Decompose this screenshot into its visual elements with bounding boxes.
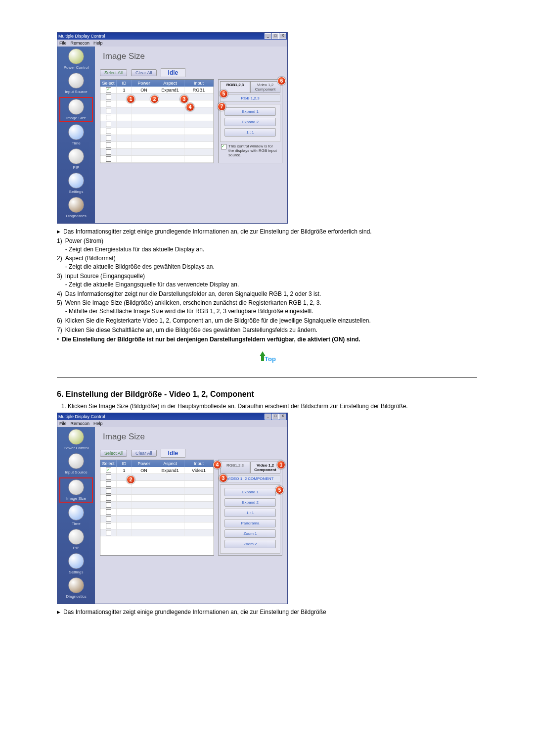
row-checkbox[interactable] [106,481,111,487]
row-checkbox[interactable] [106,87,111,93]
size-expand2-button[interactable]: Expand 2 [224,118,276,126]
status-badge: Idle [161,68,186,77]
sidebar-item-power[interactable]: Power Control [57,48,95,73]
row-checkbox[interactable] [106,94,111,99]
sidebar: Power Control Input Source Image Size Ti… [57,47,95,223]
status-badge: Idle [161,449,186,458]
menu-remocon[interactable]: Remocon [71,421,90,426]
table-row [100,502,214,509]
title-bar: Multiple Display Control _ □ X [57,413,287,420]
table-row [100,516,214,522]
table-row [100,495,214,502]
table-row [100,481,214,488]
sidebar-item-settings[interactable]: Settings [57,553,95,577]
row-checkbox[interactable] [106,495,111,501]
col-id: ID [117,460,132,467]
marker-2-icon: 2 [150,95,159,103]
size-zoom1-button[interactable]: Zoom 1 [224,529,276,538]
size-expand1-button[interactable]: Expand 1 [224,107,276,116]
row-checkbox[interactable] [106,488,111,494]
clear-all-button[interactable]: Clear All [131,69,157,76]
minimize-icon[interactable]: _ [265,33,271,39]
row-checkbox[interactable] [106,108,111,113]
menu-file[interactable]: File [59,421,67,426]
info-text: This control window is for the displays … [220,142,280,157]
size-expand2-button[interactable]: Expand 2 [224,498,276,507]
row-checkbox[interactable] [106,516,111,521]
size-panorama-button[interactable]: Panorama [224,519,276,527]
info-checkbox[interactable] [221,144,226,149]
row-checkbox[interactable] [106,122,111,127]
marker-7-icon: 7 [218,102,226,111]
sidebar-item-diagnostics[interactable]: Diagnostics [57,197,95,221]
table-row: 1ONExpand1RGB1 [100,87,214,94]
size-1-1-button[interactable]: 1 : 1 [224,509,276,517]
menu-bar: File Remocon Help [57,420,287,427]
sidebar: Power Control Input Source Image Size Ti… [57,427,95,604]
col-select: Select [100,460,117,467]
table-row [100,114,214,121]
table-row [100,488,214,495]
sidebar-item-image-size[interactable]: Image Size [59,477,93,503]
page-title: Image Size [103,432,282,442]
table-row [100,529,214,536]
marker-1-icon: 1 [277,461,285,469]
table-row [100,135,214,142]
size-expand1-button[interactable]: Expand 1 [224,488,276,496]
menu-help[interactable]: Help [93,421,103,426]
sidebar-item-pip[interactable]: PIP [57,148,95,173]
tab-video[interactable]: Video 1,2 Component [250,81,280,93]
marker-5-icon: 5 [220,90,228,98]
col-aspect: Aspect [156,80,184,87]
divider [57,378,477,378]
select-all-button[interactable]: Select All [100,450,127,457]
back-to-top-button[interactable]: Top [257,350,277,367]
window-title: Multiple Display Control [58,34,105,39]
sidebar-item-image-size[interactable]: Image Size [59,97,93,122]
select-all-button[interactable]: Select All [100,69,127,76]
menu-help[interactable]: Help [93,41,103,46]
minimize-icon[interactable]: _ [265,414,271,420]
col-id: ID [117,80,132,87]
row-checkbox[interactable] [106,136,111,141]
tab-video[interactable]: Video 1,2 Component [250,462,280,473]
size-1-1-button[interactable]: 1 : 1 [224,128,276,137]
col-input: Input [184,80,214,87]
close-icon[interactable]: X [279,414,286,420]
sidebar-item-input[interactable]: Input Source [57,73,95,97]
menu-file[interactable]: File [59,41,67,46]
sidebar-item-input[interactable]: Input Source [57,453,95,477]
row-checkbox[interactable] [106,509,111,515]
tab-rgb[interactable]: RGB1,2,3 [220,462,250,473]
row-checkbox[interactable] [106,474,111,480]
app-window-video: Multiple Display Control _ □ X File Remo… [57,413,288,604]
menu-remocon[interactable]: Remocon [71,41,90,46]
sidebar-item-settings[interactable]: Settings [57,173,95,197]
col-select: Select [100,80,117,87]
sidebar-item-pip[interactable]: PIP [57,529,95,553]
row-checkbox[interactable] [106,523,111,528]
row-checkbox[interactable] [106,142,111,148]
row-checkbox[interactable] [106,530,111,535]
maximize-icon[interactable]: □ [272,414,279,420]
step-1: Klicken Sie Image Size (Bildgröße) in de… [68,403,477,410]
sidebar-item-diagnostics[interactable]: Diagnostics [57,577,95,602]
col-power: Power [132,80,156,87]
row-checkbox[interactable] [106,129,111,134]
marker-5-icon: 5 [275,486,284,494]
maximize-icon[interactable]: □ [272,33,279,39]
marker-4-icon: 4 [186,103,194,111]
row-checkbox[interactable] [106,156,111,162]
page-title: Image Size [103,51,282,61]
sidebar-item-power[interactable]: Power Control [57,429,95,453]
row-checkbox[interactable] [106,115,111,120]
clear-all-button[interactable]: Clear All [131,450,157,457]
size-zoom2-button[interactable]: Zoom 2 [224,540,276,548]
row-checkbox[interactable] [106,149,111,155]
sidebar-item-time[interactable]: Time [57,124,95,148]
row-checkbox[interactable] [106,468,111,473]
close-icon[interactable]: X [279,33,286,39]
row-checkbox[interactable] [106,101,111,106]
sidebar-item-time[interactable]: Time [57,505,95,529]
row-checkbox[interactable] [106,502,111,508]
